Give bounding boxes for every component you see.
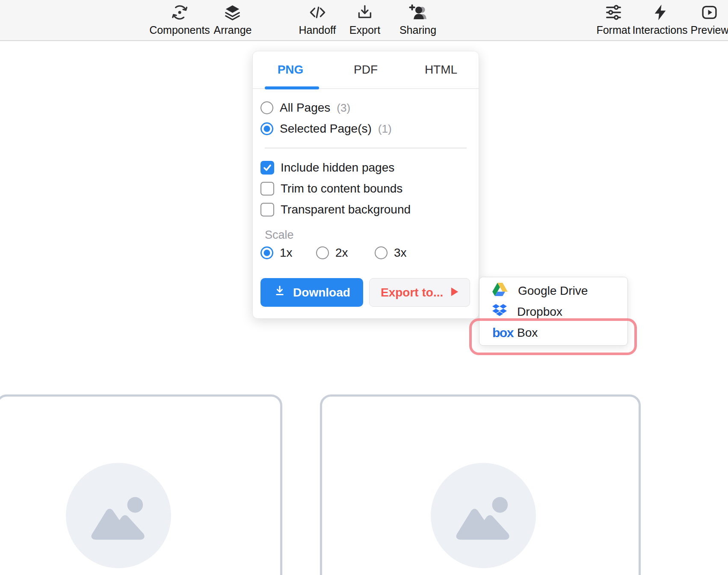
image-placeholder: [66, 463, 171, 568]
box-icon: box: [492, 326, 507, 340]
page-count: (3): [337, 101, 350, 115]
download-arrow-icon: [273, 285, 286, 300]
radio-label: All Pages: [280, 101, 330, 115]
active-tab-indicator: [265, 86, 319, 89]
radio-scale-1x[interactable]: 1x: [260, 245, 293, 261]
sliders-icon: [604, 3, 622, 21]
toolbar-button-components[interactable]: Components: [149, 3, 210, 36]
top-toolbar: Components Arrange Handoff: [0, 0, 728, 41]
image-placeholder: [431, 463, 536, 568]
export-to-button-label: Export to...: [381, 286, 443, 299]
menu-item-label: Dropbox: [517, 305, 562, 319]
menu-item-label: Google Drive: [518, 284, 588, 298]
toolbar-button-handoff[interactable]: Handoff: [299, 3, 336, 36]
menu-item-dropbox[interactable]: Dropbox: [479, 301, 627, 322]
tab-png[interactable]: PNG: [253, 51, 328, 88]
scale-section-label: Scale: [265, 228, 294, 242]
radio-icon[interactable]: [375, 246, 388, 259]
radio-icon-selected[interactable]: [260, 246, 273, 259]
toolbar-button-export[interactable]: Export: [349, 3, 380, 36]
radio-all-pages[interactable]: All Pages (3): [260, 100, 350, 116]
image-placeholder-icon: [81, 478, 156, 553]
checkbox-label: Include hidden pages: [281, 161, 394, 175]
artboard-left[interactable]: [0, 394, 282, 575]
toolbar-label: Interactions: [632, 24, 687, 36]
download-tray-icon: [356, 3, 374, 21]
radio-scale-3x[interactable]: 3x: [375, 245, 407, 261]
google-drive-icon: [492, 282, 508, 299]
submenu-arrow-icon: [451, 286, 459, 299]
radio-icon[interactable]: [260, 101, 273, 114]
checkbox-checked-icon[interactable]: [260, 161, 274, 175]
checkbox-trim-to-content-bounds[interactable]: Trim to content bounds: [260, 181, 402, 197]
export-to-button[interactable]: Export to...: [369, 278, 470, 307]
toolbar-button-preview[interactable]: Preview: [691, 3, 728, 36]
radio-icon[interactable]: [316, 246, 329, 259]
menu-item-box[interactable]: box Box: [479, 322, 627, 343]
checkbox-icon[interactable]: [260, 203, 274, 216]
menu-item-google-drive[interactable]: Google Drive: [479, 280, 627, 301]
radio-icon-selected[interactable]: [260, 122, 273, 135]
scale-option-label: 2x: [335, 246, 348, 260]
toolbar-label: Sharing: [400, 24, 436, 36]
tab-html[interactable]: HTML: [403, 51, 479, 88]
artboard-right[interactable]: [320, 394, 641, 575]
toolbar-label: Export: [349, 24, 380, 36]
checkbox-transparent-background[interactable]: Transparent background: [260, 202, 411, 218]
scale-option-label: 3x: [394, 246, 407, 260]
menu-item-label: Box: [517, 326, 538, 340]
page-count: (1): [378, 122, 392, 136]
play-icon: [701, 3, 719, 21]
checkbox-label: Transparent background: [281, 203, 411, 216]
radio-selected-pages[interactable]: Selected Page(s) (1): [260, 121, 392, 137]
scale-option-label: 1x: [280, 246, 293, 260]
toolbar-label: Preview: [691, 24, 728, 36]
radio-scale-2x[interactable]: 2x: [316, 245, 348, 261]
tab-pdf[interactable]: PDF: [328, 51, 403, 88]
toolbar-label: Arrange: [214, 24, 252, 36]
export-destinations-menu: Google Drive Dropbox box Box: [479, 277, 628, 346]
image-placeholder-icon: [446, 478, 521, 553]
layers-icon: [224, 3, 242, 21]
download-button[interactable]: Download: [260, 278, 363, 307]
dropbox-icon: [492, 304, 507, 320]
checkbox-icon[interactable]: [260, 182, 274, 196]
toolbar-label: Components: [149, 24, 210, 36]
checkbox-label: Trim to content bounds: [281, 182, 402, 196]
code-icon: [308, 3, 327, 21]
toolbar-button-arrange[interactable]: Arrange: [214, 3, 252, 36]
toolbar-label: Format: [596, 24, 630, 36]
radio-label: Selected Page(s): [280, 122, 372, 136]
toolbar-button-format[interactable]: Format: [596, 3, 630, 36]
checkbox-include-hidden-pages[interactable]: Include hidden pages: [260, 160, 394, 176]
export-format-tabs: PNG PDF HTML: [253, 51, 479, 89]
toolbar-label: Handoff: [299, 24, 336, 36]
toolbar-button-interactions[interactable]: Interactions: [632, 3, 687, 36]
lightning-icon: [651, 3, 669, 21]
dialog-divider: [265, 148, 467, 148]
components-sync-icon: [171, 3, 189, 21]
add-person-icon: [408, 3, 428, 21]
download-button-label: Download: [293, 286, 350, 299]
toolbar-button-sharing[interactable]: Sharing: [400, 3, 436, 36]
export-dialog: PNG PDF HTML All Pages (3) Selected Page…: [252, 51, 479, 319]
